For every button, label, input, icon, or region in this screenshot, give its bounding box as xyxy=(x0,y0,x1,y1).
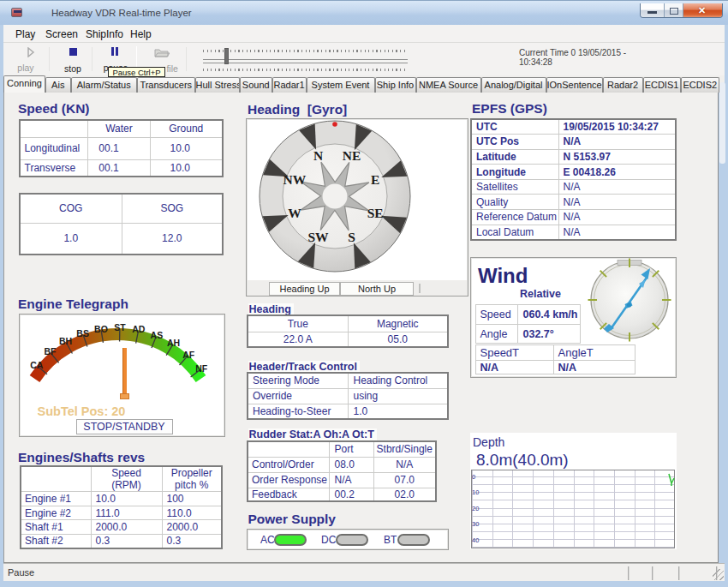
svg-text:BF: BF xyxy=(44,346,57,356)
svg-text:SW: SW xyxy=(307,230,329,244)
svg-text:AF: AF xyxy=(182,350,195,360)
svg-text:AD: AD xyxy=(132,324,146,334)
svg-text:AS: AS xyxy=(150,330,163,340)
svg-text:E: E xyxy=(371,172,379,187)
svg-text:W: W xyxy=(288,206,301,220)
svg-text:NF: NF xyxy=(195,363,208,374)
svg-text:BS: BS xyxy=(76,328,89,338)
svg-text:AH: AH xyxy=(166,338,179,348)
svg-text:NW: NW xyxy=(283,172,307,187)
svg-text:BO: BO xyxy=(94,324,108,334)
svg-text:S: S xyxy=(348,230,355,244)
svg-text:BH: BH xyxy=(58,336,71,346)
svg-text:SE: SE xyxy=(367,206,384,220)
svg-text:CA: CA xyxy=(30,360,44,370)
svg-text:N: N xyxy=(313,148,323,163)
svg-text:NE: NE xyxy=(343,148,361,163)
svg-text:ST: ST xyxy=(114,322,126,332)
